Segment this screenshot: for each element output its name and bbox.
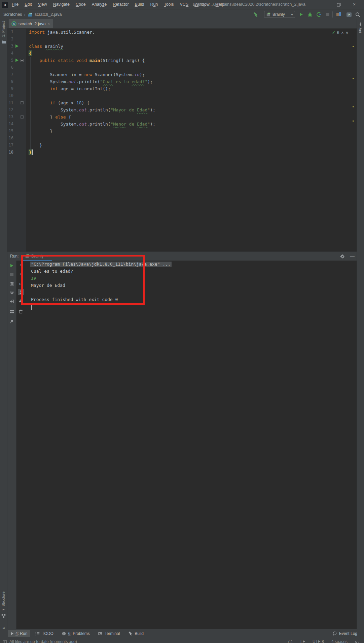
tool-button-ant[interactable]: Ant [358, 22, 363, 33]
error-stripe-mark[interactable] [353, 78, 354, 79]
breadcrumb-scratches[interactable]: Scratches [3, 12, 22, 17]
code-line-13[interactable]: } else { [29, 113, 71, 121]
code-line-18[interactable]: } [29, 149, 32, 156]
build-project-button[interactable] [252, 11, 259, 18]
gutter-fold-line [22, 64, 22, 147]
status-bar: All files are up-to-date (moments ago) 7… [0, 638, 364, 643]
pin-tab-button[interactable] [9, 318, 15, 325]
tool-button-project[interactable]: 1: Project [1, 21, 6, 44]
error-stripe-mark[interactable] [353, 121, 354, 122]
code-line-14[interactable]: System.out.println("Menor de Edad"); [29, 121, 155, 128]
debug-button[interactable] [306, 11, 314, 18]
caret-position[interactable]: 7:1 [287, 639, 293, 643]
menu-navigate[interactable]: Navigate [50, 0, 73, 9]
code-line-9[interactable]: int age = in.nextInt(); [29, 85, 111, 92]
tab-scratch-2-java[interactable]: C scratch_2.java × [9, 19, 53, 28]
code-line-7[interactable]: Scanner in = new Scanner(System.in); [29, 71, 145, 78]
read-lock-icon[interactable] [355, 640, 359, 643]
code-line-15[interactable]: } [29, 128, 52, 135]
menu-vcs[interactable]: VCS [177, 0, 192, 9]
tool-button-structure[interactable]: 7: Structure [1, 591, 6, 618]
gutter-run-icon[interactable] [15, 59, 19, 62]
tool-button-terminal[interactable]: Terminal [95, 630, 122, 637]
hide-tool-window-button[interactable]: — [349, 252, 356, 261]
menu-code[interactable]: Code [73, 0, 89, 9]
editor-tab-bar: C scratch_2.java × [7, 19, 357, 29]
menu-tools[interactable]: Tools [161, 0, 177, 9]
code-line-8[interactable]: System.out.println("Cual es tu edad?"); [29, 78, 153, 85]
fold-marker-icon[interactable] [21, 59, 24, 62]
stop-icon [326, 13, 329, 16]
menu-run[interactable]: Run [147, 0, 161, 9]
gutter-line-number: 17 [8, 142, 13, 149]
dump-threads-button[interactable] [9, 280, 15, 286]
minimize-button[interactable]: — [315, 0, 326, 9]
code-line-11[interactable]: if (age > 18) { [29, 99, 89, 106]
code-line-5[interactable]: public static void main(String[] args) { [29, 57, 145, 64]
inspections-count: 6 [337, 30, 339, 35]
gutter-line-number: 2 [8, 36, 13, 43]
annotation-red-rectangle [21, 255, 145, 305]
code-editor[interactable]: 123456789101112131415161718 import java.… [7, 29, 357, 251]
title-bar: IJ FileEditViewNavigateCodeAnalyzeRefact… [0, 0, 364, 9]
gutter-line-number: 5 [8, 57, 13, 64]
code-line-12[interactable]: System.out.println("Mayor de Edad"); [29, 106, 155, 113]
breadcrumb-file[interactable]: scratch_2.java [35, 12, 62, 17]
code-line-4[interactable]: { [29, 50, 32, 57]
project-stripe-label: 1: Project [1, 21, 5, 37]
close-button[interactable]: × [349, 0, 360, 9]
indent-setting[interactable]: 4 spaces [331, 639, 348, 643]
menu-refactor[interactable]: Refactor [110, 0, 132, 9]
inspections-widget[interactable]: ✓ 6 ∧ ∨ [332, 30, 349, 35]
error-stripe-mark[interactable] [353, 46, 354, 47]
status-panel-icon[interactable] [3, 640, 7, 643]
tool-button-4-run[interactable]: 4: Run [8, 630, 30, 637]
run-toolbar [7, 261, 16, 629]
stop-process-button[interactable] [9, 271, 15, 277]
run-anything-button[interactable] [345, 11, 353, 18]
next-highlight-icon[interactable]: ∨ [345, 30, 349, 35]
console-output[interactable]: "C:\Program Files\Java\jdk1.8.0_111\bin\… [26, 261, 355, 629]
error-stripe-mark[interactable] [353, 106, 354, 107]
run-configuration-selector[interactable]: Brainly ▾ [264, 11, 295, 18]
run-with-coverage-button[interactable] [315, 11, 323, 18]
menu-build[interactable]: Build [132, 0, 147, 9]
problems-icon [62, 631, 66, 636]
tab-close-icon[interactable]: × [48, 22, 50, 26]
run-button[interactable] [297, 11, 305, 18]
gutter-run-icon[interactable] [15, 44, 19, 48]
restore-layout-button[interactable] [9, 308, 15, 314]
line-ending[interactable]: LF [300, 639, 305, 643]
tool-button-label: Terminal [105, 631, 120, 636]
bug-icon [307, 12, 313, 17]
search-everywhere-button[interactable] [354, 11, 361, 18]
code-line-3[interactable]: class Brainly [29, 43, 63, 50]
status-message: All files are up-to-date (moments ago) [9, 639, 77, 643]
tool-button-6-problems[interactable]: 6: Problems [59, 630, 93, 637]
gutter-line-number: 9 [8, 85, 13, 92]
menu-edit[interactable]: Edit [22, 0, 35, 9]
rerun-button[interactable] [9, 263, 15, 269]
open-debug-tool-button[interactable] [9, 298, 15, 304]
clear-all-button[interactable] [18, 308, 24, 314]
tool-button-build[interactable]: Build [125, 630, 146, 637]
stop-icon [10, 273, 13, 276]
code-line-17[interactable]: } [29, 142, 42, 149]
tool-button-event-log[interactable]: Event Log [330, 630, 360, 637]
build-hammer-icon [128, 631, 133, 636]
tool-button-todo[interactable]: TODO [33, 630, 56, 637]
run-settings-button[interactable] [338, 252, 346, 260]
tool-button-label: TODO [42, 631, 53, 636]
stop-button[interactable] [324, 11, 331, 18]
coverage-settings-button[interactable] [9, 290, 15, 296]
restore-button[interactable] [333, 0, 344, 9]
project-structure-button[interactable] [335, 11, 342, 18]
right-tool-window-stripe: Ant [357, 19, 364, 629]
menu-view[interactable]: View [35, 0, 50, 9]
code-line-1[interactable]: import java.util.Scanner; [29, 29, 95, 36]
menu-file[interactable]: File [9, 0, 22, 9]
coverage-icon [316, 12, 322, 17]
file-encoding[interactable]: UTF-8 [313, 639, 324, 643]
menu-analyze[interactable]: Analyze [89, 0, 110, 9]
previous-highlight-icon[interactable]: ∧ [341, 30, 344, 35]
